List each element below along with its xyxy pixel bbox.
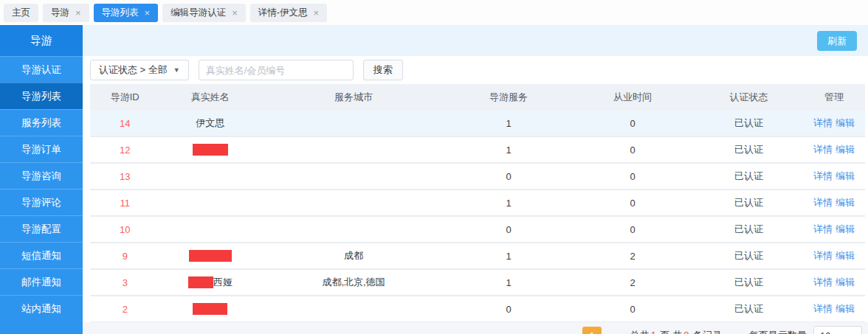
service-city-cell: 成都	[261, 249, 447, 262]
cert-status: 已认证	[734, 197, 763, 208]
tab-item[interactable]: 编辑导游认证×	[162, 4, 246, 22]
page-number-button[interactable]: 1	[582, 327, 602, 334]
guide-services-cell: 1	[447, 198, 571, 209]
detail-link[interactable]: 详情	[813, 303, 833, 314]
main-layout: 导游 导游认证导游列表服务列表导游订单导游咨询导游评论导游配置短信通知邮件通知站…	[0, 25, 868, 334]
tab-item[interactable]: 导游×	[43, 4, 89, 22]
column-header: 真实姓名	[160, 91, 261, 104]
manage-cell: 详情编辑	[803, 249, 865, 262]
sidebar-title: 导游	[0, 25, 83, 56]
table-row[interactable]: 1210已认证详情编辑	[90, 137, 865, 164]
cert-status: 已认证	[734, 117, 763, 128]
detail-link[interactable]: 详情	[813, 276, 833, 288]
edit-link[interactable]: 编辑	[836, 223, 855, 234]
guide-id: 11	[120, 198, 131, 209]
close-icon[interactable]: ×	[145, 8, 151, 18]
search-button[interactable]: 搜索	[363, 60, 403, 80]
guide-table: 导游ID真实姓名服务城市导游服务从业时间认证状态管理 14伊文思10已认证详情编…	[90, 84, 865, 323]
edit-link[interactable]: 编辑	[836, 197, 855, 208]
table-header-row: 导游ID真实姓名服务城市导游服务从业时间认证状态管理	[90, 84, 865, 111]
redaction-block	[189, 250, 232, 262]
sidebar-item[interactable]: 站内通知	[0, 295, 83, 321]
detail-link[interactable]: 详情	[813, 117, 833, 128]
last-page-icon[interactable]: »	[618, 330, 623, 334]
sidebar-items: 导游认证导游列表服务列表导游订单导游咨询导游评论导游配置短信通知邮件通知站内通知	[0, 56, 83, 321]
real-name-cell	[160, 250, 261, 262]
sidebar-item[interactable]: 导游咨询	[0, 162, 83, 189]
detail-link[interactable]: 详情	[813, 223, 833, 234]
cert-status-cell: 已认证	[695, 223, 803, 236]
edit-link[interactable]: 编辑	[836, 303, 855, 314]
close-icon[interactable]: ×	[232, 8, 238, 18]
per-page-select[interactable]: 10 ▾	[813, 326, 862, 334]
guide-id: 3	[123, 277, 128, 288]
tab-label: 编辑导游认证	[170, 7, 226, 19]
edit-link[interactable]: 编辑	[836, 144, 855, 155]
real-name: 西娅	[213, 276, 232, 288]
pagination-pages-label: 页 共	[661, 330, 683, 334]
close-icon[interactable]: ×	[75, 8, 81, 18]
sidebar-item[interactable]: 邮件通知	[0, 268, 83, 295]
per-page-label: 每页显示数量	[749, 329, 807, 334]
edit-link[interactable]: 编辑	[836, 170, 855, 181]
real-name-cell: 伊文思	[160, 116, 261, 130]
sidebar-item[interactable]: 短信通知	[0, 242, 83, 268]
chevron-down-icon: ▼	[173, 66, 180, 74]
close-icon[interactable]: ×	[313, 8, 319, 18]
tab-label: 导游列表	[102, 7, 139, 19]
service-city-cell: 成都,北京,德国	[261, 276, 447, 289]
tab-item[interactable]: 详情-伊文思×	[250, 4, 327, 22]
work-years-cell: 2	[571, 277, 695, 288]
guide-services-cell: 1	[447, 145, 571, 156]
tab-item[interactable]: 主页	[4, 4, 38, 22]
table-row[interactable]: 14伊文思10已认证详情编辑	[90, 111, 865, 137]
content-area: 刷新 认证状态 > 全部 ▼ 搜索 导游ID真实姓名服务城市导游服务从业时间认证…	[83, 25, 868, 334]
manage-cell: 详情编辑	[803, 170, 865, 183]
pagination-summary: 总共1 页 共8 条记录	[630, 329, 722, 334]
cert-status-cell: 已认证	[695, 170, 803, 183]
prev-page-icon[interactable]: ‹	[573, 330, 576, 334]
tab-item[interactable]: 导游列表×	[94, 4, 159, 22]
app-window: 主页导游×导游列表×编辑导游认证×详情-伊文思× 导游 导游认证导游列表服务列表…	[0, 0, 868, 334]
real-name-cell	[160, 144, 261, 156]
table-row[interactable]: 3西娅成都,北京,德国12已认证详情编辑	[90, 270, 865, 296]
tab-label: 导游	[51, 7, 69, 19]
cert-status-cell: 已认证	[695, 116, 803, 130]
table-body: 14伊文思10已认证详情编辑1210已认证详情编辑1300已认证详情编辑1110…	[90, 111, 865, 323]
detail-link[interactable]: 详情	[813, 250, 833, 261]
table-row[interactable]: 1300已认证详情编辑	[90, 164, 865, 190]
edit-link[interactable]: 编辑	[836, 250, 855, 261]
manage-cell: 详情编辑	[803, 302, 865, 316]
column-header: 导游ID	[90, 91, 160, 104]
table-row[interactable]: 200已认证详情编辑	[90, 296, 865, 323]
manage-cell: 详情编辑	[803, 143, 865, 156]
guide-id: 12	[120, 145, 130, 156]
detail-link[interactable]: 详情	[813, 197, 833, 208]
search-input[interactable]	[199, 60, 354, 80]
sidebar-item[interactable]: 导游订单	[0, 136, 83, 162]
detail-link[interactable]: 详情	[813, 144, 833, 155]
per-page-value: 10	[820, 330, 830, 334]
table-row[interactable]: 1110已认证详情编辑	[90, 190, 865, 217]
work-years-cell: 2	[571, 251, 695, 262]
sidebar-item[interactable]: 导游认证	[0, 56, 83, 83]
work-years-cell: 0	[571, 145, 695, 156]
guide-id-cell: 14	[90, 118, 160, 129]
sidebar-item[interactable]: 导游评论	[0, 189, 83, 215]
next-page-icon[interactable]: ›	[608, 330, 611, 334]
pagination-total-records: 8	[682, 330, 690, 334]
first-page-icon[interactable]: «	[561, 330, 566, 334]
guide-id: 2	[123, 304, 128, 315]
sidebar-item[interactable]: 服务列表	[0, 109, 83, 136]
sidebar-item[interactable]: 导游列表	[0, 83, 83, 109]
table-row[interactable]: 9成都12已认证详情编辑	[90, 243, 865, 270]
sidebar-item[interactable]: 导游配置	[0, 215, 83, 242]
column-header: 管理	[803, 91, 865, 104]
detail-link[interactable]: 详情	[813, 170, 833, 181]
refresh-button[interactable]: 刷新	[817, 31, 857, 51]
edit-link[interactable]: 编辑	[836, 276, 855, 288]
cert-status-dropdown[interactable]: 认证状态 > 全部 ▼	[90, 60, 189, 80]
edit-link[interactable]: 编辑	[836, 117, 855, 128]
column-header: 服务城市	[261, 91, 447, 104]
table-row[interactable]: 1000已认证详情编辑	[90, 217, 865, 243]
